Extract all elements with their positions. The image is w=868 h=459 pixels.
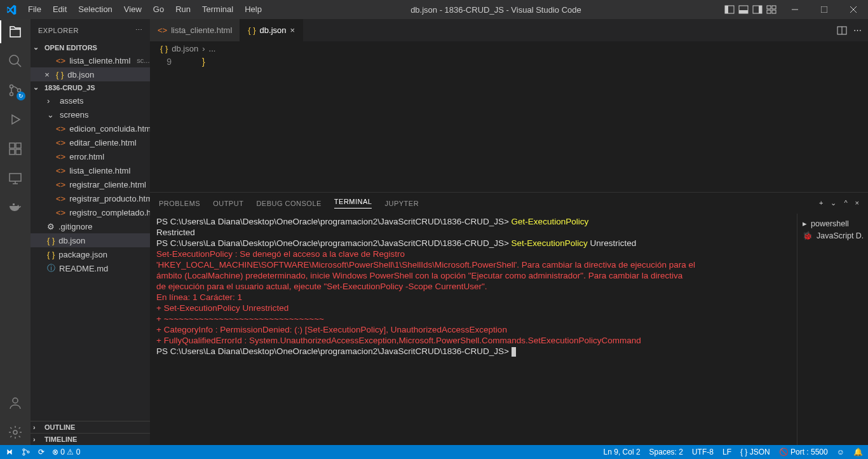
timeline-section[interactable]: ›TIMELINE — [31, 433, 150, 445]
file-item[interactable]: { }db.json — [31, 233, 150, 247]
folder-item[interactable]: ⌄screens — [31, 107, 150, 121]
maximize-button[interactable] — [810, 0, 839, 19]
source-control-icon[interactable]: ↻ — [8, 83, 23, 98]
close-panel-icon[interactable]: × — [855, 199, 859, 207]
file-item[interactable]: { }package.json — [31, 247, 150, 261]
remote-indicator[interactable] — [5, 448, 14, 456]
terminal-instance[interactable]: 🐞JavaScript D... — [803, 230, 863, 242]
svg-point-14 — [10, 55, 18, 64]
close-icon[interactable]: × — [290, 25, 295, 35]
panel-tab-terminal[interactable]: TERMINAL — [334, 198, 372, 209]
outline-section[interactable]: ›OUTLINE — [31, 421, 150, 433]
folder-item[interactable]: ›assets — [31, 93, 150, 107]
docker-icon[interactable] — [8, 200, 23, 215]
feedback-icon[interactable]: ☺ — [837, 448, 844, 456]
terminal-dropdown-icon[interactable]: ⌄ — [831, 199, 836, 207]
editor-tab[interactable]: <>lista_cliente.html — [150, 19, 240, 41]
problems-status[interactable]: ⊗ 0 ⚠ 0 — [52, 448, 80, 456]
close-button[interactable] — [839, 0, 868, 19]
file-item[interactable]: <>lista_cliente.html — [31, 163, 150, 177]
cursor-position[interactable]: Ln 9, Col 2 — [604, 448, 641, 456]
indentation[interactable]: Spaces: 2 — [649, 448, 683, 456]
minimap[interactable] — [798, 55, 868, 192]
file-item[interactable]: ⓘREADME.md — [31, 261, 150, 275]
file-item[interactable]: <>registro_completado.ht... — [31, 205, 150, 219]
vscode-logo — [0, 4, 22, 15]
chevron-right-icon: › — [33, 435, 42, 443]
search-icon[interactable] — [8, 53, 23, 69]
file-item[interactable]: <>registrar_cliente.html — [31, 177, 150, 191]
open-editors-section[interactable]: ⌄ OPEN EDITORS — [31, 41, 150, 53]
close-icon[interactable]: × — [42, 70, 52, 79]
terminal-instance[interactable]: ▸powershell — [803, 217, 863, 230]
terminal-output[interactable]: PS C:\Users\La Diana\Desktop\OneOracle\p… — [150, 214, 797, 445]
notifications-icon[interactable]: 🔔 — [853, 448, 863, 456]
menu-selection[interactable]: Selection — [72, 0, 118, 19]
sidebar: EXPLORER ⋯ ⌄ OPEN EDITORS <>lista_client… — [31, 19, 150, 445]
more-icon[interactable]: ⋯ — [135, 26, 143, 34]
split-editor-icon[interactable] — [837, 25, 847, 36]
open-editor-item[interactable]: <>lista_cliente.htmlsc... — [31, 53, 150, 67]
eol[interactable]: LF — [722, 448, 731, 456]
extensions-icon[interactable] — [8, 141, 23, 156]
svg-line-15 — [17, 63, 21, 67]
project-section[interactable]: ⌄ 1836-CRUD_JS — [31, 81, 150, 93]
chevron-down-icon: ⌄ — [33, 83, 42, 92]
breadcrumb[interactable]: { } db.json › ... — [150, 41, 868, 55]
menu-help[interactable]: Help — [239, 0, 268, 19]
file-item[interactable]: <>error.html — [31, 149, 150, 163]
menu-go[interactable]: Go — [147, 0, 170, 19]
explorer-icon[interactable] — [8, 24, 23, 39]
new-terminal-icon[interactable]: + — [819, 199, 823, 207]
run-debug-icon[interactable] — [8, 112, 23, 127]
svg-rect-23 — [10, 174, 21, 181]
panel: PROBLEMSOUTPUTDEBUG CONSOLETERMINALJUPYT… — [150, 192, 868, 445]
live-server-port[interactable]: 🚫 Port : 5500 — [779, 448, 828, 456]
menu-run[interactable]: Run — [170, 0, 196, 19]
layout-icon[interactable] — [724, 4, 735, 15]
panel-tab-problems[interactable]: PROBLEMS — [159, 200, 200, 207]
status-bar: ⟳ ⊗ 0 ⚠ 0 Ln 9, Col 2 Spaces: 2 UTF-8 LF… — [0, 445, 868, 459]
accounts-icon[interactable] — [8, 395, 23, 411]
panel-tab-debug-console[interactable]: DEBUG CONSOLE — [256, 200, 321, 207]
file-item[interactable]: <>editar_cliente.html — [31, 135, 150, 149]
explorer-title: EXPLORER — [38, 27, 79, 34]
menu-view[interactable]: View — [118, 0, 147, 19]
svg-rect-27 — [13, 203, 15, 205]
bug-icon: 🐞 — [803, 231, 813, 240]
svg-point-29 — [13, 430, 17, 434]
terminal-icon: ▸ — [803, 219, 807, 228]
editor[interactable]: 9 } — [150, 55, 868, 192]
open-editor-item[interactable]: ×{ }db.json — [31, 67, 150, 81]
minimize-button[interactable] — [780, 0, 810, 19]
file-item[interactable]: ⚙.gitignore — [31, 219, 150, 233]
encoding[interactable]: UTF-8 — [692, 448, 714, 456]
more-icon[interactable]: ⋯ — [853, 25, 862, 35]
file-item[interactable]: <>registrar_producto.html — [31, 191, 150, 205]
file-item[interactable]: <>edicion_concluida.html — [31, 121, 150, 135]
svg-rect-8 — [767, 10, 771, 13]
layout-icon[interactable] — [766, 4, 776, 15]
language-mode[interactable]: { } JSON — [740, 448, 770, 456]
settings-gear-icon[interactable] — [8, 425, 23, 440]
editor-tabs: <>lista_cliente.html{ }db.json× ⋯ — [150, 19, 868, 41]
layout-icon[interactable] — [738, 4, 749, 15]
menu-terminal[interactable]: Terminal — [196, 0, 239, 19]
panel-tab-output[interactable]: OUTPUT — [213, 200, 243, 207]
svg-rect-1 — [725, 6, 728, 13]
remote-explorer-icon[interactable] — [8, 170, 23, 186]
maximize-panel-icon[interactable]: ^ — [844, 199, 847, 207]
menu-edit[interactable]: Edit — [47, 0, 72, 19]
editor-tab[interactable]: { }db.json× — [240, 19, 303, 41]
layout-icon[interactable] — [752, 4, 763, 15]
svg-point-17 — [10, 93, 13, 96]
layout-controls — [724, 4, 780, 15]
svg-rect-19 — [10, 143, 15, 148]
menu-file[interactable]: File — [22, 0, 47, 19]
git-branch[interactable] — [22, 448, 31, 456]
panel-tab-jupyter[interactable]: JUPYTER — [384, 200, 419, 207]
sync-icon[interactable]: ⟳ — [38, 448, 44, 456]
svg-rect-21 — [16, 149, 21, 154]
svg-rect-6 — [767, 6, 771, 9]
activity-bar: ↻ — [0, 19, 31, 445]
